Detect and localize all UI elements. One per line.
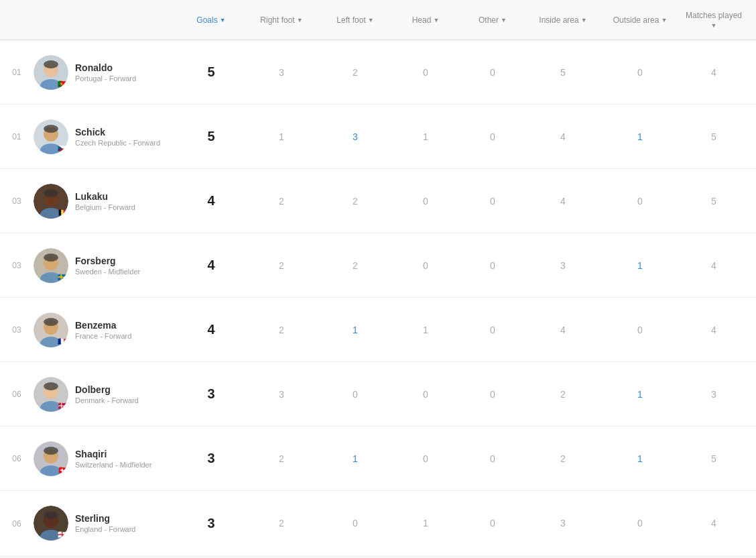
player-inside-area: 4 [526,131,600,142]
player-outside-area: 0 [600,325,680,335]
player-avatar: 🇸🇪 [34,248,68,283]
player-left-foot: 1 [318,453,392,464]
player-name: Forsberg [75,256,140,266]
table-row: 06 🇩🇰 Dolberg [0,362,756,427]
player-goals: 3 [178,386,245,402]
player-head: 1 [392,325,459,335]
player-info: 🇵🇹 Ronaldo Portugal - Forward [34,55,178,90]
matches-header[interactable]: Matches played ▼ [680,11,747,30]
player-info: 🇫🇷 Benzema France - Forward [34,313,178,347]
player-other: 0 [459,453,526,464]
player-outside-area: 1 [600,453,680,464]
outside-area-chevron-icon: ▼ [661,17,667,23]
player-other: 0 [459,131,526,142]
player-nationality: Portugal - Forward [75,74,136,82]
player-info: 🇧🇪 Lukaku Belgium - Forward [34,184,178,219]
head-chevron-icon: ▼ [433,17,439,23]
player-info: 🇨🇿 Schick Czech Republic - Forward [34,119,178,154]
player-name: Ronaldo [75,62,136,73]
svg-point-3 [44,60,58,68]
matches-chevron-icon: ▼ [711,22,717,29]
player-right-foot: 2 [245,325,318,335]
table-row: 06 🇨🇭 Shaqiri [0,427,756,491]
player-head: 1 [392,518,459,528]
player-right-foot: 2 [245,196,318,207]
player-outside-area: 0 [600,67,680,78]
outside-area-header[interactable]: Outside area ▼ [600,15,680,25]
right-foot-chevron-icon: ▼ [297,17,303,23]
other-chevron-icon: ▼ [501,17,507,23]
player-name: Schick [75,127,160,137]
player-rank: 01 [0,131,34,142]
player-nationality: France - Forward [75,332,131,340]
player-matches: 4 [680,67,747,78]
player-rank: 03 [0,325,34,335]
left-foot-chevron-icon: ▼ [368,17,374,23]
table-row: 03 🇫🇷 Benzema [0,298,756,362]
player-matches: 3 [680,389,747,400]
player-rank: 03 [0,196,34,206]
table-row: 03 🇧🇪 Lukaku [0,169,756,233]
player-right-foot: 2 [245,453,318,464]
player-avatar: 🇩🇰 [34,377,68,412]
player-head: 1 [392,131,459,142]
player-outside-area: 0 [600,518,680,528]
player-head: 0 [392,67,459,78]
player-outside-area: 1 [600,260,680,271]
left-foot-label: Left foot [336,15,365,25]
player-avatar: 🇵🇹 [34,55,68,90]
svg-point-27 [44,447,58,455]
player-inside-area: 3 [526,260,600,271]
player-left-foot: 2 [318,67,392,78]
player-other: 0 [459,518,526,528]
stats-table: Goals ▼ Right foot ▼ Left foot ▼ Head ▼ [0,0,756,555]
player-left-foot: 0 [318,389,392,400]
head-header[interactable]: Head ▼ [392,15,459,25]
player-rank: 06 [0,389,34,399]
svg-point-11 [44,189,58,197]
player-avatar: 🇨🇭 [34,441,68,476]
player-other: 0 [459,67,526,78]
player-right-foot: 1 [245,131,318,142]
player-nationality: Belgium - Forward [75,203,135,211]
right-foot-header[interactable]: Right foot ▼ [245,15,318,25]
player-rank: 06 [0,518,34,528]
table-row: 06 🏴󠁧󠁢󠁥󠁮󠁧󠁿 Sterl [0,491,756,555]
right-foot-label: Right foot [260,15,294,25]
player-other: 0 [459,196,526,207]
table-row: 01 🇨🇿 Schick [0,105,756,169]
player-inside-area: 5 [526,67,600,78]
player-outside-area: 1 [600,389,680,400]
svg-point-31 [44,511,58,519]
player-left-foot: 2 [318,196,392,207]
player-inside-area: 2 [526,453,600,464]
player-right-foot: 3 [245,67,318,78]
player-inside-area: 2 [526,389,600,400]
player-info: 🇸🇪 Forsberg Sweden - Midfielder [34,248,178,283]
goals-label: Goals [196,15,217,25]
player-inside-area: 4 [526,325,600,335]
player-nationality: Czech Republic - Forward [75,139,160,147]
player-rank: 01 [0,67,34,77]
inside-area-header[interactable]: Inside area ▼ [526,15,600,25]
left-foot-header[interactable]: Left foot ▼ [318,15,392,25]
goals-header[interactable]: Goals ▼ [178,15,245,25]
other-header[interactable]: Other ▼ [459,15,526,25]
goals-chevron-icon: ▼ [220,17,226,23]
other-label: Other [479,15,499,25]
player-outside-area: 0 [600,196,680,207]
player-goals: 5 [178,64,245,80]
inside-area-chevron-icon: ▼ [581,17,587,23]
player-info: 🇩🇰 Dolberg Denmark - Forward [34,377,178,412]
player-goals: 4 [178,322,245,337]
svg-point-7 [44,125,58,133]
player-matches: 5 [680,196,747,207]
player-left-foot: 0 [318,518,392,528]
player-nationality: Sweden - Midfielder [75,268,140,276]
player-goals: 5 [178,129,245,144]
player-avatar: 🏴󠁧󠁢󠁥󠁮󠁧󠁿 [34,506,68,541]
player-info: 🇨🇭 Shaqiri Switzerland - Midfielder [34,441,178,476]
player-name: Benzema [75,320,131,331]
player-matches: 5 [680,131,747,142]
player-avatar: 🇧🇪 [34,184,68,219]
